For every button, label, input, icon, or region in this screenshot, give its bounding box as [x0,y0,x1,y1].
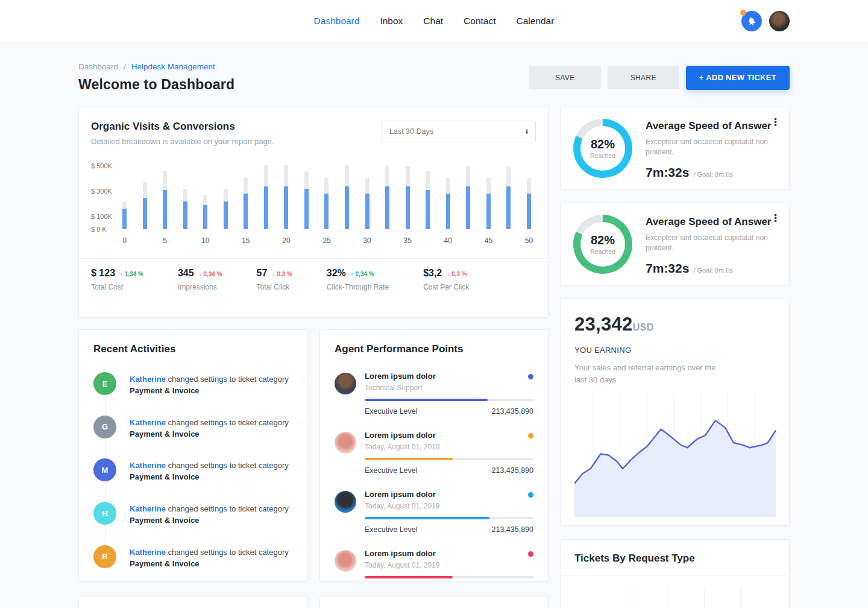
bar-reached-segment [365,194,370,229]
notification-button[interactable] [741,11,762,31]
activity-text: Katherine changed settings to ticket cat… [130,545,289,570]
bar-reached-segment [527,194,531,229]
save-button[interactable]: SAVE [529,66,601,89]
bar-reached-segment [203,205,207,229]
activity-actor[interactable]: Katherine [130,418,166,427]
activity-avatar: M [93,458,116,481]
agent-name-block: Lorem ipsum dolorToday, August 01, 2019 [365,549,440,569]
agent-avatar [335,491,356,513]
stat-value-row: 57↓ 0,3 % [257,268,292,279]
breadcrumb-current[interactable]: Helpdesk Management [131,62,215,71]
bar-9 [304,163,309,229]
x-axis-tick: 30 [363,236,371,245]
stat-delta: ↑ 1,34 % [120,271,143,277]
date-range-select[interactable]: Last 30 Days ▴▾ [382,121,536,142]
agent-level: Executive Level [365,466,418,475]
share-button[interactable]: SHARE [608,66,679,89]
activity-actor[interactable]: Katherine [130,504,166,513]
select-arrows-icon: ▴▾ [526,128,528,135]
y-axis-tick: $ 300K [91,188,112,195]
x-axis-tick: 40 [444,236,452,245]
bar-3 [183,163,187,229]
bar-reached-segment [304,189,309,229]
kebab-menu-icon[interactable]: ⋮ [770,117,781,127]
agent-name: Lorem ipsum dolor [365,372,436,381]
nav-item-calendar[interactable]: Calendar [517,16,555,27]
activity-actor[interactable]: Katherine [130,375,166,384]
agent-list-item[interactable]: Lorem ipsum dolorTechnical SupportExecut… [335,372,533,416]
bar-15 [426,163,430,229]
stat-label: Cost Per Click [423,283,469,291]
agent-status-dot [528,492,533,498]
x-axis-tick: 15 [242,236,250,245]
activity-list-item[interactable]: GKatherine changed settings to ticket ca… [93,416,292,440]
agent-status-dot [528,433,533,439]
activity-target: Payment & Invoice [130,429,200,439]
agent-level-row: Executive Level213,435,890 [365,525,533,534]
bar-1 [143,163,147,229]
stat-value-row: 32%↑ 0,34 % [327,268,389,279]
agent-level: Executive Level [365,525,418,534]
x-axis-tick: 10 [201,236,209,245]
stat-label: Total Cost [91,283,143,291]
kebab-menu-icon[interactable]: ⋮ [770,213,781,223]
agent-name: Lorem ipsum dolor [365,490,440,499]
organic-bar-chart: $ 500K$ 300K$ 100K$ 0 K [91,163,536,229]
agent-progress-track [365,576,533,578]
nav-item-chat[interactable]: Chat [423,16,443,27]
agent-head-row: Lorem ipsum dolorToday, August 01, 2019 [365,490,533,510]
bar-17 [466,163,470,229]
activity-list-item[interactable]: RKatherine changed settings to ticket ca… [93,545,292,570]
bar-reached-segment [486,194,491,229]
nav-item-dashboard[interactable]: Dashboard [314,16,360,27]
bar-4 [203,163,207,229]
donut-reached-label: Reached [590,248,615,255]
agent-progress-track [365,517,533,519]
activity-actor[interactable]: Katherine [130,461,166,470]
x-axis-tick: 0 [122,236,127,245]
nav-item-contact[interactable]: Contact [464,16,495,27]
date-range-value: Last 30 Days [389,127,433,136]
bar-reached-segment [122,209,127,229]
bar-0 [122,163,127,229]
activity-list-item[interactable]: EKatherine changed settings to ticket ca… [93,372,292,397]
bar-reached-segment [506,186,511,229]
agent-name-block: Lorem ipsum dolorToday, August 01, 2019 [365,431,440,451]
agent-progress-fill [365,576,453,578]
activity-actor[interactable]: Katherine [130,548,166,557]
speed-time: 7m:32s [646,165,689,180]
breadcrumb-parent[interactable]: Dashboard [78,62,118,71]
recent-activities-title: Recent Activities [93,343,292,355]
agent-head-row: Lorem ipsum dolorToday, August 01, 2019 [365,431,533,451]
earnings-card: 23,342 USD YOU EARNING Your sales and re… [561,299,790,526]
stat-value-row: 345↓ 0,34 % [178,268,222,279]
speed-goal: / Goal: 8m:0s [693,171,732,178]
agent-points: 213,435,890 [491,407,533,416]
x-axis-tick: 20 [282,236,290,245]
nav-item-inbox[interactable]: Inbox [380,16,403,27]
x-axis-tick: 50 [525,236,533,245]
page-title: Welcome to Dashboard [78,77,234,93]
add-new-ticket-button[interactable]: + ADD NEW TICKET [686,66,790,90]
main-nav: DashboardInboxChatContactCalendar [314,16,555,27]
bar-reached-segment [324,194,329,229]
donut-chart-green: 82% Reached [573,215,632,274]
user-avatar[interactable] [769,11,790,31]
tickets-chart-area [561,576,789,608]
activity-list-item[interactable]: MKatherine changed settings to ticket ca… [93,458,292,483]
bar-reached-segment [264,186,268,229]
bar-5 [224,163,228,229]
agent-list-item[interactable]: Lorem ipsum dolorToday, August 01, 2019E… [335,431,533,475]
agent-list-item[interactable]: Lorem ipsum dolorToday, August 01, 2019E… [335,490,533,534]
donut-percent: 82% [591,233,615,247]
bar-reached-segment [244,194,248,229]
bar-10 [324,163,329,229]
agent-points: 213,435,890 [491,525,533,534]
agent-level-row: Executive Level213,435,890 [365,407,533,416]
agent-progress-track [365,458,533,460]
agent-list-item[interactable]: Lorem ipsum dolorToday, August 01, 2019E… [335,549,533,581]
speed-of-answer-card-2: 82% Reached Average Speed of Answer Exce… [561,203,790,285]
agent-subtitle: Today, August 01, 2019 [365,502,440,510]
agent-name-block: Lorem ipsum dolorToday, August 01, 2019 [365,490,440,510]
activity-list-item[interactable]: HKatherine changed settings to ticket ca… [93,502,292,527]
